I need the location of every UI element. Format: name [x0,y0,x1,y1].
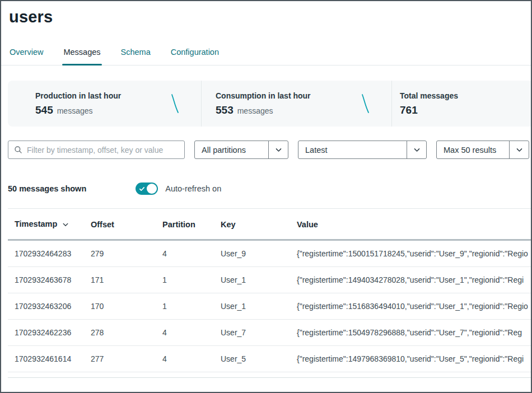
cell-key: User_7 [214,320,290,346]
cell-value: {"registertime":1500151718245,"userid":"… [290,240,532,267]
table-header-row: Timestamp Offset Partition Key Value [8,209,532,240]
cell-partition: 1 [156,267,214,293]
cell-timestamp: 1702932463678 [8,267,84,293]
stat-production: Production in last hour 545 messages [8,81,201,127]
cell-value: {"registertime":1516836494010,"userid":"… [290,293,532,320]
partitions-dropdown-value: All partitions [195,146,268,155]
tab-configuration[interactable]: Configuration [170,48,220,65]
topic-messages-page: users Overview Messages Schema Configura… [0,0,532,393]
check-icon [139,186,145,192]
stat-total: Total messages 761 [391,81,532,127]
column-header-key[interactable]: Key [214,209,290,240]
max-results-dropdown[interactable]: Max 50 results [436,141,529,159]
cell-partition: 4 [156,346,214,372]
auto-refresh-toggle[interactable] [136,183,158,195]
status-row: 50 messages shown Auto-refresh on [8,183,531,195]
cell-value: {"registertime":1494034278028,"userid":"… [290,267,532,293]
stat-unit: messages [57,106,93,115]
cell-value: {"registertime":1504978296888,"userid":"… [290,320,532,346]
cell-key: User_9 [214,240,290,267]
cell-key: User_1 [214,293,290,320]
messages-shown-count: 50 messages shown [8,184,86,193]
cell-offset: 277 [84,346,156,372]
stat-value: 761 [400,104,418,116]
partitions-dropdown[interactable]: All partitions [194,141,288,159]
stat-value: 553 [216,104,234,116]
messages-table: Timestamp Offset Partition Key Value 170… [8,208,532,372]
filter-toolbar: All partitions Latest Max 50 results [8,141,531,159]
stats-card: Production in last hour 545 messages Con… [8,81,532,127]
chevron-down-icon[interactable] [407,141,426,158]
offset-position-dropdown[interactable]: Latest [298,141,427,159]
cell-offset: 278 [84,320,156,346]
max-results-dropdown-value: Max 50 results [437,146,509,155]
offset-position-dropdown-value: Latest [298,146,407,155]
message-filter-search[interactable] [8,141,185,159]
table-body: 17029324642832794User_9{"registertime":1… [8,240,532,372]
cell-timestamp: 1702932461614 [8,346,84,372]
table-bottom-divider [8,377,532,378]
column-header-value[interactable]: Value [290,209,532,240]
sparkline-icon [170,93,180,114]
stat-consumption: Consumption in last hour 553 messages [201,81,391,127]
table-row[interactable]: 17029324632061701User_1{"registertime":1… [8,293,532,320]
cell-offset: 279 [84,240,156,267]
table-row[interactable]: 17029324622362784User_7{"registertime":1… [8,320,532,346]
auto-refresh-label: Auto-refresh on [165,184,221,193]
table-row[interactable]: 17029324616142774User_5{"registertime":1… [8,346,532,372]
cell-timestamp: 1702932462236 [8,320,84,346]
column-header-partition[interactable]: Partition [156,209,214,240]
cell-timestamp: 1702932464283 [8,240,84,267]
cell-value: {"registertime":1497968369810,"userid":"… [290,346,532,372]
table-row[interactable]: 17029324636781711User_1{"registertime":1… [8,267,532,293]
cell-key: User_1 [214,267,290,293]
tab-bar: Overview Messages Schema Configuration [1,48,531,66]
chevron-down-icon[interactable] [268,141,288,158]
stat-value: 545 [35,104,53,116]
cell-offset: 171 [84,267,156,293]
cell-key: User_5 [214,346,290,372]
toggle-knob [147,184,157,194]
search-input[interactable] [27,146,179,155]
column-header-offset[interactable]: Offset [84,209,156,240]
cell-partition: 4 [156,240,214,267]
chevron-down-icon[interactable] [509,141,529,158]
tab-overview[interactable]: Overview [8,48,44,65]
sort-desc-icon[interactable] [62,221,69,230]
cell-offset: 170 [84,293,156,320]
stat-unit: messages [237,106,273,115]
cell-partition: 4 [156,320,214,346]
cell-partition: 1 [156,293,214,320]
page-title: users [1,1,531,26]
sparkline-icon [360,93,370,114]
cell-timestamp: 1702932463206 [8,293,84,320]
stat-label: Total messages [400,91,532,100]
column-header-timestamp[interactable]: Timestamp [8,209,84,240]
tab-messages[interactable]: Messages [62,48,101,65]
search-icon [14,146,22,154]
tab-schema[interactable]: Schema [120,48,152,65]
table-row[interactable]: 17029324642832794User_9{"registertime":1… [8,240,532,267]
